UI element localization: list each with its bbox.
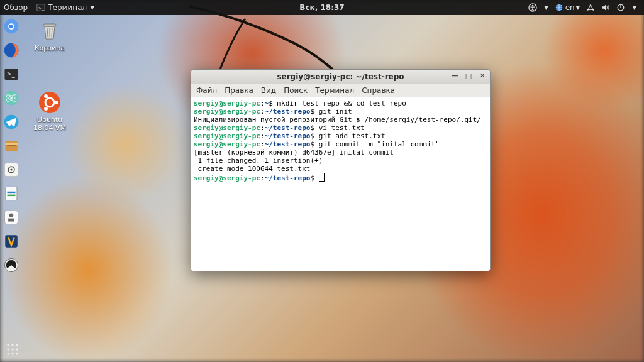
- window-maximize-button[interactable]: □: [465, 72, 472, 80]
- dock-app8[interactable]: [1, 207, 21, 228]
- svg-point-41: [7, 353, 9, 354]
- window-menubar: Файл Правка Вид Поиск Терминал Справка: [191, 84, 490, 97]
- svg-point-31: [9, 214, 14, 218]
- terminal-output[interactable]: sergiy@sergiy-pc:~$ mkdir test-repo && c…: [191, 97, 490, 271]
- dock: >_: [1, 16, 24, 275]
- chevron-down-icon: ▼: [576, 5, 580, 11]
- window-titlebar[interactable]: sergiy@sergiy-pc: ~/test-repo — □ ✕: [191, 70, 490, 84]
- language-indicator[interactable]: en ▼: [555, 3, 580, 12]
- svg-point-3: [531, 5, 533, 7]
- svg-rect-23: [7, 145, 16, 146]
- network-icon[interactable]: [586, 3, 595, 12]
- chevron-down-icon: ▼: [633, 5, 636, 11]
- window-title: sergiy@sergiy-pc: ~/test-repo: [277, 72, 404, 81]
- svg-text:>_: >_: [38, 6, 45, 11]
- svg-point-52: [44, 107, 48, 111]
- menu-terminal[interactable]: Терминал: [315, 86, 354, 95]
- clock[interactable]: Вск, 18:37: [299, 3, 344, 12]
- svg-rect-32: [8, 219, 14, 222]
- dock-settings[interactable]: [1, 160, 21, 180]
- dock-files[interactable]: [1, 136, 21, 156]
- dock-terminal[interactable]: >_: [1, 64, 21, 84]
- dock-telegram[interactable]: [1, 112, 21, 132]
- svg-point-40: [16, 348, 18, 350]
- app-indicator-label[interactable]: Терминал: [48, 3, 87, 12]
- chevron-down-icon: ▼: [90, 4, 94, 11]
- svg-rect-22: [5, 143, 18, 145]
- svg-point-12: [9, 25, 14, 29]
- svg-point-51: [44, 94, 48, 98]
- chevron-down-icon: ▼: [545, 5, 548, 11]
- dock-atom[interactable]: [1, 88, 21, 108]
- svg-rect-28: [8, 192, 16, 193]
- dock-virtualbox[interactable]: [1, 231, 21, 251]
- svg-rect-44: [43, 24, 56, 26]
- svg-point-38: [7, 348, 9, 350]
- trash-icon: [38, 19, 62, 43]
- menu-edit[interactable]: Правка: [225, 86, 253, 95]
- svg-rect-29: [8, 195, 16, 196]
- dock-chromium[interactable]: [1, 16, 21, 36]
- show-applications-icon[interactable]: [6, 343, 19, 356]
- menu-file[interactable]: Файл: [196, 86, 217, 95]
- window-close-button[interactable]: ✕: [479, 72, 486, 80]
- svg-point-19: [10, 97, 12, 99]
- ubuntu-icon: [38, 90, 62, 114]
- menu-view[interactable]: Вид: [261, 86, 276, 95]
- terminal-app-indicator-icon: >_: [36, 3, 45, 12]
- window-minimize-button[interactable]: —: [451, 72, 458, 80]
- svg-point-37: [16, 344, 18, 346]
- volume-icon[interactable]: [601, 3, 610, 12]
- desktop-trash-label: Корзина: [30, 44, 69, 52]
- svg-point-36: [11, 344, 13, 346]
- activities-button[interactable]: Обзор: [4, 3, 28, 12]
- top-bar: Обзор >_ Терминал ▼ Вск, 18:37 ▼ en ▼ ▼: [0, 0, 644, 15]
- menu-help[interactable]: Справка: [362, 86, 395, 95]
- svg-point-43: [16, 353, 18, 354]
- language-label: en: [565, 3, 575, 12]
- desktop-ubuntu-vm[interactable]: Ubuntu 18.04 VM: [30, 90, 69, 132]
- terminal-window: sergiy@sergiy-pc: ~/test-repo — □ ✕ Файл…: [191, 69, 491, 272]
- svg-point-42: [11, 353, 13, 354]
- menu-search[interactable]: Поиск: [284, 86, 308, 95]
- svg-text:>_: >_: [7, 70, 15, 78]
- desktop-trash[interactable]: Корзина: [30, 19, 69, 52]
- svg-point-35: [7, 344, 9, 346]
- svg-point-26: [10, 168, 12, 170]
- desktop-ubuntu-label: Ubuntu 18.04 VM: [30, 116, 69, 132]
- accessibility-icon[interactable]: [528, 3, 537, 12]
- globe-icon: [555, 3, 564, 12]
- power-icon[interactable]: [616, 3, 625, 12]
- svg-point-39: [11, 348, 13, 350]
- dock-app10[interactable]: [1, 255, 21, 275]
- dock-libreoffice[interactable]: [1, 184, 21, 204]
- dock-firefox[interactable]: [1, 40, 21, 60]
- svg-point-50: [55, 101, 58, 104]
- svg-rect-27: [6, 187, 17, 200]
